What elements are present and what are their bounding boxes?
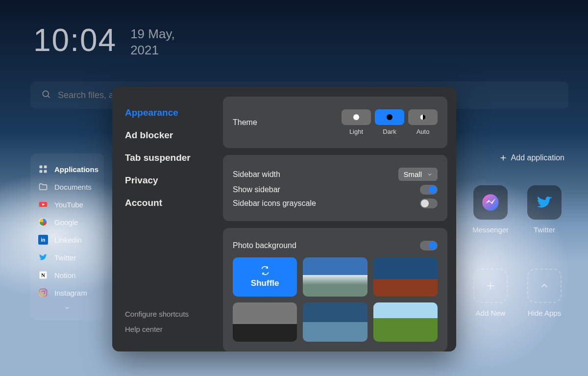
svg-rect-3 [44, 166, 47, 169]
nav-help-center[interactable]: Help center [123, 322, 210, 337]
sidebar-item-label: Notion [54, 271, 75, 279]
theme-label: Theme [233, 118, 257, 127]
sidebar-item-label: Google [54, 218, 78, 226]
chevron-up-icon [539, 280, 550, 291]
svg-point-13 [42, 291, 45, 295]
settings-modal: Appearance Ad blocker Tab suspender Priv… [112, 87, 456, 351]
show-sidebar-toggle[interactable] [420, 185, 438, 195]
sidebar-item-google[interactable]: Google [36, 213, 98, 231]
notion-icon: N [38, 270, 48, 280]
nav-appearance[interactable]: Appearance [123, 101, 210, 124]
sidebar-item-twitter[interactable]: Twitter [36, 249, 98, 266]
nav-tab-suspender[interactable]: Tab suspender [123, 147, 210, 169]
svg-rect-12 [40, 289, 47, 297]
show-sidebar-label: Show sidebar [233, 185, 280, 194]
nav-configure-shortcuts[interactable]: Configure shortcuts [123, 306, 210, 322]
shuffle-button[interactable]: Shuffle [233, 257, 297, 297]
photo-bg-toggle[interactable] [420, 241, 438, 251]
theme-option-light[interactable]: Light [342, 109, 371, 135]
sidebar-expand[interactable] [36, 301, 98, 316]
sidebar-item-linkedin[interactable]: in Linkedin [36, 231, 98, 249]
svg-point-0 [43, 91, 49, 97]
google-icon [38, 217, 48, 227]
sidebar-width-label: Sidebar width [233, 170, 280, 179]
add-application-button[interactable]: Add application [499, 153, 564, 162]
sidebar-item-label: Documents [54, 183, 92, 191]
svg-rect-4 [40, 170, 43, 173]
plus-icon [485, 280, 496, 291]
light-dot-icon [353, 114, 359, 120]
photo-background-panel: Photo background Shuffle [223, 228, 447, 351]
svg-text:N: N [41, 272, 45, 278]
wallpaper-thumb-5[interactable] [373, 302, 438, 342]
app-tile-add-new[interactable]: Add New [468, 269, 513, 317]
settings-nav: Appearance Ad blocker Tab suspender Priv… [112, 87, 221, 351]
nav-ad-blocker[interactable]: Ad blocker [123, 124, 210, 147]
twitter-icon [38, 252, 48, 262]
icons-grayscale-label: Sidebar icons grayscale [233, 199, 316, 208]
add-application-label: Add application [511, 153, 564, 162]
sidebar-item-label: Twitter [54, 253, 76, 262]
sidebar-item-documents[interactable]: Documents [36, 178, 98, 196]
plus-icon [499, 154, 507, 162]
youtube-icon [38, 200, 48, 209]
svg-rect-5 [44, 170, 47, 173]
half-moon-icon [419, 114, 426, 121]
linkedin-icon: in [38, 235, 48, 245]
sidebar-item-label: Linkedin [54, 236, 82, 244]
sidebar-item-notion[interactable]: N Notion [36, 266, 98, 284]
sidebar-item-instagram[interactable]: Instagram [36, 284, 98, 301]
app-tile-messenger[interactable]: Messenger [468, 185, 513, 234]
twitter-icon [535, 193, 554, 212]
nav-account[interactable]: Account [123, 192, 210, 214]
chevron-down-icon [427, 172, 433, 177]
clock-date: 19 May, 2021 [130, 26, 175, 58]
app-tile-twitter[interactable]: Twitter [522, 185, 566, 234]
sidebar-width-dropdown[interactable]: Small [398, 168, 438, 181]
folder-icon [38, 182, 48, 192]
theme-panel: Theme Light Dark Auto [223, 97, 447, 148]
wallpaper-thumb-2[interactable] [373, 257, 438, 297]
sidebar-item-label: Applications [54, 165, 98, 174]
search-icon [41, 89, 51, 101]
header: 10:04 19 May, 2021 [33, 22, 175, 58]
wallpaper-thumb-1[interactable] [303, 257, 367, 297]
dark-dot-icon [387, 114, 392, 120]
icons-grayscale-toggle[interactable] [420, 199, 438, 208]
instagram-icon [38, 288, 48, 298]
shuffle-icon [260, 266, 270, 276]
wallpaper-thumb-3[interactable] [233, 302, 297, 342]
photo-bg-label: Photo background [233, 241, 296, 250]
messenger-icon [481, 193, 500, 212]
chevron-down-icon [64, 304, 71, 311]
theme-option-dark[interactable]: Dark [375, 109, 404, 135]
grid-icon [38, 164, 48, 174]
theme-option-auto[interactable]: Auto [408, 109, 438, 135]
svg-text:in: in [41, 237, 46, 243]
sidebar-item-label: YouTube [54, 201, 83, 209]
sidebar-item-applications[interactable]: Applications [36, 160, 98, 178]
wallpaper-thumb-4[interactable] [303, 302, 367, 342]
svg-line-1 [48, 96, 50, 98]
svg-rect-2 [40, 166, 43, 169]
sidebar-settings-panel: Sidebar width Small Show sidebar Sidebar… [223, 155, 447, 221]
app-tile-hide-apps[interactable]: Hide Apps [522, 269, 566, 317]
svg-point-14 [45, 290, 46, 291]
sidebar-item-youtube[interactable]: YouTube [36, 196, 98, 213]
sidebar: Applications Documents YouTube Google in… [30, 153, 104, 320]
sidebar-item-label: Instagram [54, 289, 87, 297]
clock-time: 10:04 [33, 22, 117, 58]
nav-privacy[interactable]: Privacy [123, 169, 210, 192]
